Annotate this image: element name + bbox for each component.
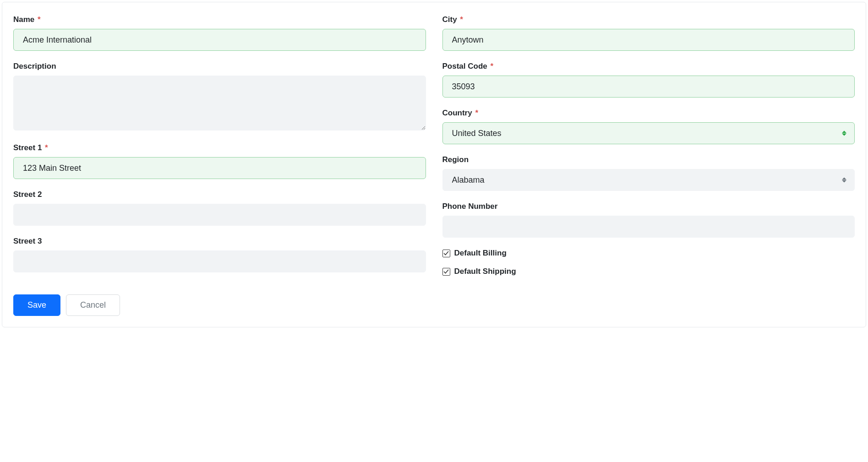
phone-label: Phone Number <box>442 202 855 211</box>
street3-label: Street 3 <box>13 237 426 246</box>
default-billing-label[interactable]: Default Billing <box>454 249 507 258</box>
street3-label-text: Street 3 <box>13 237 42 245</box>
default-shipping-group: Default Shipping <box>442 267 855 276</box>
street1-group: Street 1 * <box>13 143 426 179</box>
name-input[interactable] <box>13 29 426 51</box>
street2-input[interactable] <box>13 204 426 226</box>
required-mark: * <box>475 109 478 117</box>
region-select-wrapper: Alabama <box>442 169 855 191</box>
name-label: Name * <box>13 15 426 24</box>
street3-group: Street 3 <box>13 237 426 272</box>
description-textarea[interactable] <box>13 76 426 130</box>
check-icon <box>443 250 449 256</box>
postal-code-label-text: Postal Code <box>442 62 487 71</box>
street1-input[interactable] <box>13 157 426 179</box>
button-row: Save Cancel <box>13 294 426 316</box>
country-label: Country * <box>442 109 855 118</box>
default-billing-group: Default Billing <box>442 249 855 258</box>
city-input[interactable] <box>442 29 855 51</box>
name-group: Name * <box>13 15 426 51</box>
street1-label-text: Street 1 <box>13 143 42 152</box>
default-billing-checkbox[interactable] <box>442 250 450 257</box>
city-label: City * <box>442 15 855 24</box>
form-container: Name * Description Street 1 * <box>2 2 866 327</box>
form-left-column: Name * Description Street 1 * <box>13 15 426 316</box>
street2-label-text: Street 2 <box>13 190 42 199</box>
cancel-button[interactable]: Cancel <box>66 294 120 316</box>
required-mark: * <box>490 62 493 71</box>
default-shipping-checkbox[interactable] <box>442 268 450 276</box>
city-label-text: City <box>442 15 457 24</box>
check-icon <box>443 269 449 274</box>
postal-code-input[interactable] <box>442 76 855 98</box>
phone-label-text: Phone Number <box>442 202 498 211</box>
country-select-wrapper: United States <box>442 122 855 144</box>
default-shipping-label[interactable]: Default Shipping <box>454 267 516 276</box>
description-label-text: Description <box>13 62 56 71</box>
street3-input[interactable] <box>13 250 426 272</box>
city-group: City * <box>442 15 855 51</box>
form-right-column: City * Postal Code * Country * <box>442 15 855 316</box>
name-label-text: Name <box>13 15 34 24</box>
region-group: Region Alabama <box>442 155 855 191</box>
street2-label: Street 2 <box>13 190 426 199</box>
required-mark: * <box>460 15 463 24</box>
street1-label: Street 1 * <box>13 143 426 152</box>
phone-group: Phone Number <box>442 202 855 238</box>
street2-group: Street 2 <box>13 190 426 226</box>
region-select[interactable]: Alabama <box>442 169 855 191</box>
description-group: Description <box>13 62 426 132</box>
country-group: Country * United States <box>442 109 855 144</box>
region-label: Region <box>442 155 855 164</box>
save-button[interactable]: Save <box>13 294 60 316</box>
description-label: Description <box>13 62 426 71</box>
required-mark: * <box>45 143 48 152</box>
required-mark: * <box>38 15 41 24</box>
country-select[interactable]: United States <box>442 122 855 144</box>
postal-code-group: Postal Code * <box>442 62 855 98</box>
country-label-text: Country <box>442 109 472 117</box>
region-label-text: Region <box>442 155 469 164</box>
phone-input[interactable] <box>442 216 855 238</box>
form-columns: Name * Description Street 1 * <box>13 15 855 316</box>
postal-code-label: Postal Code * <box>442 62 855 71</box>
